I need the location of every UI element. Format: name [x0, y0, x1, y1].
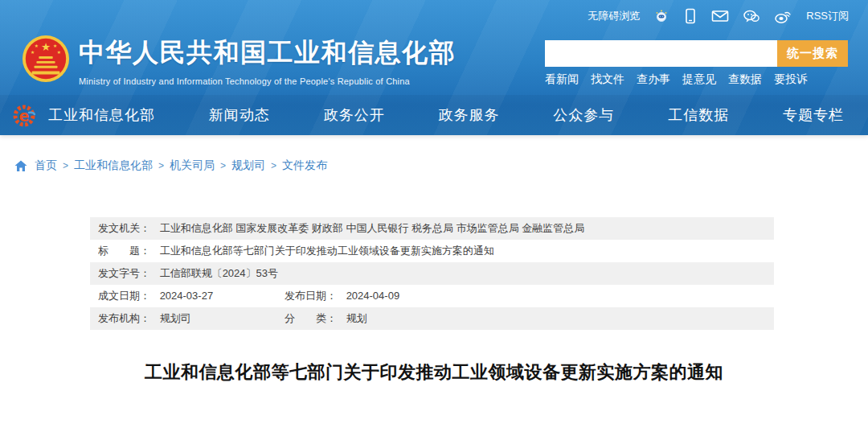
field-label: 发布机构：: [98, 312, 150, 324]
field-label: 发文机关：: [98, 222, 150, 234]
accessibility-link[interactable]: 无障碍浏览: [588, 9, 640, 23]
svg-text:★: ★: [57, 50, 61, 55]
svg-text:★: ★: [41, 40, 51, 53]
field-label: 发布日期：: [285, 290, 337, 302]
site-subtitle-en: Ministry of Industry and Information Tec…: [79, 76, 456, 86]
breadcrumb-separator: >: [271, 160, 276, 171]
field-value: 工信部联规〔2024〕53号: [160, 267, 278, 279]
home-icon[interactable]: [14, 160, 27, 172]
quick-link-services[interactable]: 查办事: [637, 72, 670, 87]
quick-link-news[interactable]: 看新闻: [545, 72, 579, 87]
breadcrumb-separator: >: [63, 160, 68, 171]
svg-text:e: e: [19, 107, 30, 125]
breadcrumb-separator: >: [158, 160, 164, 171]
nav-item-special[interactable]: 专题专栏: [783, 105, 844, 125]
field-label: 发文字号：: [98, 267, 150, 279]
table-row-title: 标 题： 工业和信息化部等七部门关于印发推动工业领域设备更新实施方案的通知: [90, 240, 774, 262]
site-branding: 中华人民共和国工业和信息化部 Ministry of Industry and …: [79, 35, 456, 86]
breadcrumb-planning-dept[interactable]: 规划司: [231, 158, 265, 173]
nav-item-gov-open[interactable]: 政务公开: [324, 105, 385, 125]
utility-topbar: 无障碍浏览: [588, 8, 849, 24]
table-row-dates: 成文日期： 2024-03-27 发布日期： 2024-04-09: [90, 285, 774, 307]
svg-text:★: ★: [53, 43, 57, 48]
main-nav: e 工业和信息化部 新闻动态 政务公开 政务服务 公众参与 工信数据 专题专栏: [0, 95, 868, 135]
quick-link-files[interactable]: 找文件: [591, 72, 624, 87]
field-value: 工业和信息化部 国家发展改革委 财政部 中国人民银行 税务总局 市场监管总局 金…: [160, 222, 585, 234]
miit-e-logo-icon: e: [10, 101, 39, 130]
breadcrumb-miit[interactable]: 工业和信息化部: [74, 158, 153, 173]
breadcrumb: 首页 > 工业和信息化部 > 机关司局 > 规划司 > 文件发布: [14, 158, 327, 173]
breadcrumb-file-release[interactable]: 文件发布: [282, 158, 327, 173]
weibo-icon[interactable]: [774, 9, 792, 24]
site-header: 无障碍浏览: [0, 0, 868, 135]
article-title: 工业和信息化部等七部门关于印发推动工业领域设备更新实施方案的通知: [0, 360, 868, 385]
robot-assistant-icon[interactable]: [653, 8, 669, 24]
field-label: 标 题：: [98, 245, 150, 257]
quick-links: 看新闻 找文件 查办事 提意见 查数据 要投诉: [545, 72, 808, 87]
nav-item-data[interactable]: 工信数据: [668, 105, 729, 125]
nav-item-participation[interactable]: 公众参与: [553, 105, 614, 125]
unified-search: 统一搜索: [545, 40, 848, 67]
mail-icon[interactable]: [711, 9, 729, 23]
search-input[interactable]: [545, 40, 777, 67]
miit-document-page: 无障碍浏览: [0, 0, 868, 432]
quick-link-suggest[interactable]: 提意见: [682, 72, 716, 87]
field-value: 工业和信息化部等七部门关于印发推动工业领域设备更新实施方案的通知: [160, 245, 494, 257]
mobile-icon[interactable]: [683, 8, 698, 24]
document-meta-table: 发文机关： 工业和信息化部 国家发展改革委 财政部 中国人民银行 税务总局 市场…: [90, 217, 774, 330]
nav-item-miit[interactable]: 工业和信息化部: [48, 105, 155, 125]
nav-items: 工业和信息化部 新闻动态 政务公开 政务服务 公众参与 工信数据 专题专栏: [48, 105, 868, 125]
field-label: 分 类：: [285, 312, 337, 324]
national-emblem: ★ ★ ★ ★ ★: [21, 34, 71, 84]
nav-item-gov-service[interactable]: 政务服务: [438, 105, 499, 125]
quick-link-data[interactable]: 查数据: [728, 72, 762, 87]
field-value: 2024-03-27: [160, 290, 214, 302]
svg-text:★: ★: [35, 43, 39, 48]
wechat-icon[interactable]: [743, 9, 760, 24]
nav-item-news[interactable]: 新闻动态: [209, 105, 270, 125]
site-title: 中华人民共和国工业和信息化部: [79, 35, 456, 71]
svg-text:★: ★: [31, 50, 35, 55]
breadcrumb-separator: >: [220, 160, 226, 171]
rss-subscribe-link[interactable]: RSS订阅: [806, 9, 849, 23]
field-value: 规划司: [160, 312, 191, 324]
field-value: 规划: [346, 312, 367, 324]
quick-link-complaint[interactable]: 要投诉: [774, 72, 808, 87]
search-button[interactable]: 统一搜索: [777, 40, 848, 67]
breadcrumb-home[interactable]: 首页: [35, 158, 57, 173]
breadcrumb-departments[interactable]: 机关司局: [170, 158, 215, 173]
table-row-publisher-category: 发布机构： 规划司 分 类： 规划: [90, 307, 774, 330]
table-row-doc-number: 发文字号： 工信部联规〔2024〕53号: [90, 262, 774, 285]
field-label: 成文日期：: [98, 290, 150, 302]
field-value: 2024-04-09: [346, 290, 400, 302]
table-row-issuing-agency: 发文机关： 工业和信息化部 国家发展改革委 财政部 中国人民银行 税务总局 市场…: [90, 217, 774, 240]
